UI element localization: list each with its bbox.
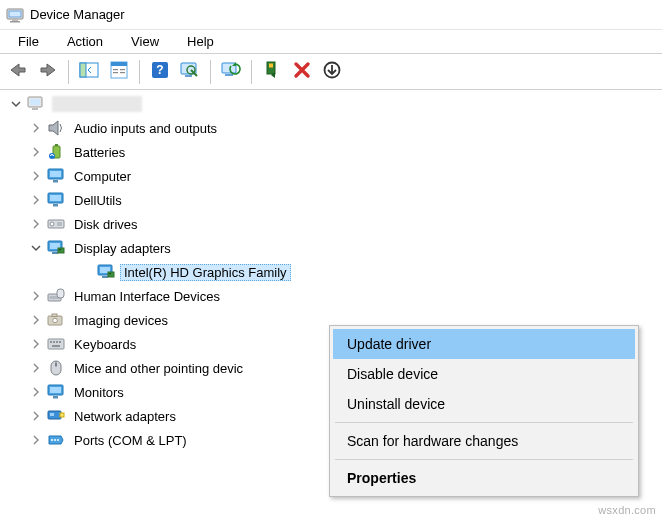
chevron-right-icon[interactable] <box>28 408 44 424</box>
svg-rect-15 <box>185 75 192 77</box>
enable-device-button[interactable] <box>258 58 286 86</box>
chevron-right-icon[interactable] <box>28 384 44 400</box>
chevron-right-icon[interactable] <box>28 168 44 184</box>
hid-icon <box>46 286 66 306</box>
x-icon <box>293 61 311 82</box>
svg-rect-32 <box>50 195 61 201</box>
cm-disable-device[interactable]: Disable device <box>333 359 635 389</box>
svg-rect-8 <box>113 69 118 70</box>
tree-label: Keyboards <box>70 336 140 353</box>
svg-rect-52 <box>52 314 57 317</box>
tree-label: Human Interface Devices <box>70 288 224 305</box>
tree-item-display[interactable]: Display adapters <box>0 236 662 260</box>
monitor-icon <box>46 166 66 186</box>
scan-hardware-button[interactable] <box>176 58 204 86</box>
tree-root[interactable] <box>0 92 662 116</box>
chevron-right-icon[interactable] <box>28 312 44 328</box>
cm-properties[interactable]: Properties <box>333 463 635 493</box>
svg-rect-40 <box>58 248 64 253</box>
svg-rect-10 <box>120 69 125 70</box>
display-adapter-icon <box>96 262 116 282</box>
chevron-right-icon[interactable] <box>28 120 44 136</box>
window-title: Device Manager <box>30 7 125 22</box>
svg-rect-1 <box>9 11 21 17</box>
svg-rect-36 <box>57 222 62 226</box>
svg-rect-26 <box>55 144 58 146</box>
svg-rect-63 <box>50 387 61 393</box>
cm-uninstall-device[interactable]: Uninstall device <box>333 389 635 419</box>
chevron-right-icon[interactable] <box>28 360 44 376</box>
back-button[interactable] <box>4 58 32 86</box>
svg-point-27 <box>49 153 55 159</box>
svg-point-51 <box>53 318 58 323</box>
svg-text:?: ? <box>156 63 163 77</box>
chevron-down-icon[interactable] <box>28 240 44 256</box>
svg-rect-33 <box>53 204 58 207</box>
tree-item-computer[interactable]: Computer <box>0 164 662 188</box>
svg-rect-49 <box>57 289 64 298</box>
computer-root-icon <box>26 94 46 114</box>
properties-button[interactable] <box>105 58 133 86</box>
cm-update-driver[interactable]: Update driver <box>333 329 635 359</box>
tree-label: Intel(R) HD Graphics Family <box>120 264 291 281</box>
cm-separator <box>335 422 633 423</box>
chevron-right-icon[interactable] <box>28 288 44 304</box>
cm-separator <box>335 459 633 460</box>
tree-item-audio[interactable]: Audio inputs and outputs <box>0 116 662 140</box>
svg-rect-64 <box>53 396 58 399</box>
chevron-right-icon[interactable] <box>28 216 44 232</box>
menu-help[interactable]: Help <box>173 32 228 51</box>
tree-item-intel-graphics[interactable]: Intel(R) HD Graphics Family <box>0 260 662 284</box>
svg-rect-23 <box>30 99 40 105</box>
monitor-icon <box>46 382 66 402</box>
chevron-right-icon[interactable] <box>28 432 44 448</box>
camera-icon <box>46 310 66 330</box>
menu-bar: File Action View Help <box>0 30 662 54</box>
tree-item-hid[interactable]: Human Interface Devices <box>0 284 662 308</box>
show-hide-tree-button[interactable] <box>75 58 103 86</box>
computer-name-redacted <box>52 96 142 112</box>
menu-view[interactable]: View <box>117 32 173 51</box>
forward-button[interactable] <box>34 58 62 86</box>
svg-rect-65 <box>48 411 61 419</box>
mouse-icon <box>46 358 66 378</box>
device-manager-icon <box>6 6 24 24</box>
menu-file[interactable]: File <box>4 32 53 51</box>
svg-rect-53 <box>48 339 64 349</box>
svg-rect-5 <box>80 63 86 77</box>
watermark: wsxdn.com <box>598 504 656 516</box>
cm-scan-hardware[interactable]: Scan for hardware changes <box>333 426 635 456</box>
disk-icon <box>46 214 66 234</box>
monitor-refresh-icon <box>221 61 241 82</box>
svg-rect-61 <box>55 363 57 366</box>
battery-icon <box>46 142 66 162</box>
properties-sheet-icon <box>109 61 129 82</box>
chevron-right-icon[interactable] <box>28 144 44 160</box>
tree-item-batteries[interactable]: Batteries <box>0 140 662 164</box>
svg-rect-2 <box>12 19 18 21</box>
svg-rect-57 <box>59 341 61 343</box>
tree-item-dellutils[interactable]: DellUtils <box>0 188 662 212</box>
disable-device-button[interactable] <box>288 58 316 86</box>
tree-label: Monitors <box>70 384 128 401</box>
svg-rect-39 <box>52 252 58 254</box>
help-icon: ? <box>151 61 169 82</box>
titlebar: Device Manager <box>0 0 662 30</box>
network-adapter-icon <box>46 406 66 426</box>
uninstall-device-button[interactable] <box>318 58 346 86</box>
chevron-down-icon[interactable] <box>8 96 24 112</box>
scan-monitor-icon <box>180 61 200 82</box>
port-icon <box>46 430 66 450</box>
chevron-right-icon[interactable] <box>28 336 44 352</box>
svg-rect-45 <box>108 272 114 277</box>
svg-rect-58 <box>52 345 60 347</box>
update-driver-button[interactable] <box>217 58 245 86</box>
panel-left-icon <box>79 61 99 82</box>
tree-item-disk[interactable]: Disk drives <box>0 212 662 236</box>
tree-label: Disk drives <box>70 216 142 233</box>
chevron-right-icon[interactable] <box>28 192 44 208</box>
tree-label: Ports (COM & LPT) <box>70 432 191 449</box>
menu-action[interactable]: Action <box>53 32 117 51</box>
help-button[interactable]: ? <box>146 58 174 86</box>
tree-label: Computer <box>70 168 135 185</box>
